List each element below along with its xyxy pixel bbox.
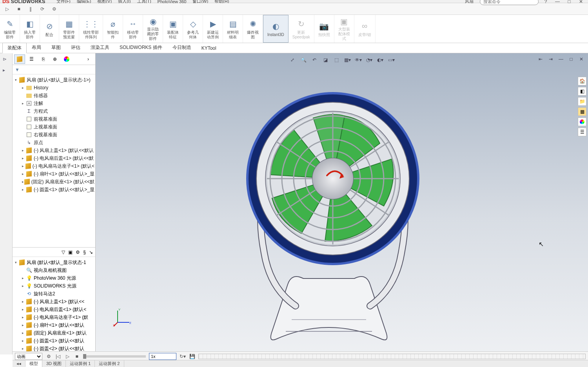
tree-root[interactable]: ▾风扇 (默认<默认_显示状态-1>)	[13, 76, 94, 84]
tree-item[interactable]: ▸(-) 圆盖<1> (默认<<默认>_显	[13, 186, 94, 193]
ribbon-爆炸视图[interactable]: ✺ 爆炸视 图	[243, 15, 263, 43]
tree-item[interactable]: 传感器	[13, 92, 94, 99]
rebuild-icon[interactable]: ⟳	[39, 6, 45, 12]
edit-appearance-icon[interactable]: ◔▾	[365, 56, 374, 64]
tree-item[interactable]: ⟲旋转马达2	[13, 290, 94, 298]
tree-item[interactable]: ▸💡SOLIDWORKS 光源	[13, 282, 94, 290]
filter-arrow-icon[interactable]: ↘	[89, 249, 93, 255]
menu-item[interactable]: 窗口(W)	[189, 0, 211, 3]
close-button[interactable]: ✕	[576, 0, 586, 5]
vp-collapse-icon[interactable]: ⇤	[536, 55, 545, 63]
motion-type-select[interactable]: 动画	[15, 353, 42, 360]
cmd-tab-草图[interactable]: 草图	[46, 42, 66, 53]
cmd-tab-KYTool[interactable]: KYTool	[196, 43, 221, 53]
filter-gear-icon[interactable]: ⚙	[76, 249, 80, 255]
tree-item[interactable]: ▸(-) 电风扇马达座子<1> (默	[13, 313, 94, 321]
menu-item[interactable]: PhotoView 360	[154, 0, 190, 3]
motion-first-icon[interactable]: |◁	[55, 353, 61, 360]
vp-expand-icon[interactable]: ⇥	[546, 55, 555, 63]
play-icon[interactable]: ▷	[4, 6, 10, 12]
tree-item[interactable]: 前视基准面	[13, 115, 94, 123]
ribbon-Instant3D[interactable]: ◐ Instant3D	[263, 15, 289, 43]
playback-slider[interactable]	[83, 355, 146, 358]
pause-icon[interactable]: ‖	[27, 6, 34, 12]
motion-save-icon[interactable]: 💾	[189, 353, 195, 360]
tree-item[interactable]: ▸(-) 电风扇马达座子<1> (默认<	[13, 162, 94, 170]
tree-tab-appearance[interactable]	[61, 54, 72, 64]
ribbon-智能扣件[interactable]: ⌀ 智能扣 件	[103, 15, 123, 43]
menu-item[interactable]: 文件(F)	[53, 0, 74, 3]
motion-calc-icon[interactable]: ⚙	[45, 353, 52, 360]
vp-minimize-icon[interactable]: —	[557, 55, 565, 63]
motion-stop-icon[interactable]: ■	[74, 353, 80, 360]
doc-tab-nav-left[interactable]: ◂◂	[13, 361, 25, 367]
tree-item[interactable]: 🔍视向及相机视图	[13, 266, 94, 274]
cmd-tab-评估[interactable]: 评估	[66, 42, 85, 53]
tree-item[interactable]: ▸(固定) 风扇底座<1> (默认<<默	[13, 178, 94, 186]
taskpane-property-icon[interactable]: ☰	[578, 128, 586, 136]
cmd-tab-布局[interactable]: 布局	[27, 42, 46, 53]
tree-item[interactable]: ↳原点	[13, 139, 94, 146]
taskpane-home-icon[interactable]: 🏠	[578, 77, 586, 85]
taskpane-view-icon[interactable]: ▦	[578, 107, 586, 116]
ribbon-零部件预览窗[interactable]: ▦ 零部件 预览窗	[59, 15, 79, 43]
doc-tab-运动算例 2[interactable]: 运动算例 2	[95, 360, 124, 367]
gutter-pin-icon[interactable]: ⊳	[3, 56, 10, 63]
ribbon-材料明细表[interactable]: ▤ 材料明 细表	[223, 15, 243, 43]
view-orientation-icon[interactable]: ⬚	[332, 56, 341, 64]
ribbon-配合[interactable]: ⊘ 配合	[40, 15, 59, 43]
doc-tab-3D 视图[interactable]: 3D 视图	[42, 360, 66, 367]
menu-item[interactable]: 插入(I)	[115, 0, 134, 3]
graphics-viewport[interactable]: ⤢ 🔍 ↶ ◪ ⬚ ▦▾ 👁▾ ◔▾ ◐▾ ▭▾ ⇤ ⇥ — □ ✕ 🏠 ◧ 📁…	[96, 53, 588, 354]
cmd-tab-SOLIDWORKS 插件[interactable]: SOLIDWORKS 插件	[114, 42, 167, 53]
tree-item[interactable]: ▸💡PhotoView 360 光源	[13, 274, 94, 282]
minimize-button[interactable]: —	[553, 0, 562, 5]
tree-tab-feature[interactable]	[14, 54, 25, 64]
taskpane-appearance-icon[interactable]	[578, 118, 586, 126]
gutter-arrow-icon[interactable]: ▸	[3, 67, 10, 74]
playback-speed-input[interactable]	[149, 353, 176, 360]
tree-item[interactable]: ▸(-) 电风扇后盖<1> (默认<	[13, 306, 94, 313]
tree-tab-property[interactable]: ☰	[26, 54, 37, 64]
tree-item[interactable]: Σ方程式	[13, 107, 94, 115]
ribbon-线性零部件阵列[interactable]: ⋮⋮ 线性零部 件阵列	[79, 15, 103, 43]
apply-scene-icon[interactable]: ◐▾	[376, 56, 385, 64]
tree-tab-config[interactable]: ⎘	[38, 54, 49, 64]
tree-item[interactable]: ▸A注解	[13, 99, 94, 107]
tree-tab-dim[interactable]: ⊕	[49, 54, 60, 64]
tree-item[interactable]: ▸(-) 电风扇后盖<1> (默认<<默	[13, 154, 94, 162]
vp-close-icon[interactable]: ✕	[577, 55, 586, 63]
orientation-triad[interactable]: Y Z X	[113, 307, 132, 327]
motion-timeline[interactable]	[198, 354, 586, 359]
filter-fan-icon[interactable]: ▽	[62, 249, 65, 255]
tree-item[interactable]: ▸History	[13, 84, 94, 92]
menu-item[interactable]: 帮助(H)	[211, 0, 232, 3]
filter-camera-icon[interactable]: ▣	[68, 249, 73, 255]
view-settings-icon[interactable]: ▭▾	[387, 56, 396, 64]
tree-item[interactable]: ▸(-) 扇叶<1> (默认<<默认>_显	[13, 170, 94, 178]
tree-item[interactable]: ▸(-) 扇叶<1> (默认<<默认	[13, 321, 94, 329]
ribbon-装配体特征[interactable]: ▣ 装配体 特征	[163, 15, 183, 43]
taskpane-library-icon[interactable]: 📁	[578, 97, 586, 106]
motion-play-icon[interactable]: ▷	[64, 353, 71, 360]
command-search-input[interactable]	[480, 0, 539, 5]
ribbon-显示隐藏的零部件[interactable]: ◉ 显示隐 藏的零 部件	[143, 15, 163, 43]
tree-item[interactable]: ▸(固定) 风扇底座<1> (默认	[13, 329, 94, 337]
ribbon-新建运动算例[interactable]: ▶ 新建运 动算例	[203, 15, 223, 43]
motion-loop-icon[interactable]: ↻▾	[180, 353, 186, 360]
stop-icon[interactable]: ■	[16, 6, 22, 12]
prev-view-icon[interactable]: ↶	[310, 56, 319, 64]
tree-item[interactable]: 右视基准面	[13, 131, 94, 139]
tree-item[interactable]: ▸(-) 圆盖<1> (默认<<默认	[13, 337, 94, 345]
vp-restore-icon[interactable]: □	[567, 55, 575, 63]
hide-show-icon[interactable]: 👁▾	[354, 56, 363, 64]
menu-item[interactable]: 编辑(E)	[74, 0, 94, 3]
cmd-tab-今日制造[interactable]: 今日制造	[167, 42, 196, 53]
menu-item[interactable]: 工具(T)	[134, 0, 154, 3]
zoom-fit-icon[interactable]: ⤢	[288, 56, 297, 64]
display-style-icon[interactable]: ▦▾	[343, 56, 352, 64]
menu-item[interactable]: 视图(V)	[94, 0, 115, 3]
tree-item[interactable]: ▸(-) 风扇上盖<1> (默认<<默认	[13, 146, 94, 154]
ribbon-参考几何体[interactable]: ◇ 参考几 何体	[183, 15, 203, 43]
section-view-icon[interactable]: ◪	[321, 56, 330, 64]
